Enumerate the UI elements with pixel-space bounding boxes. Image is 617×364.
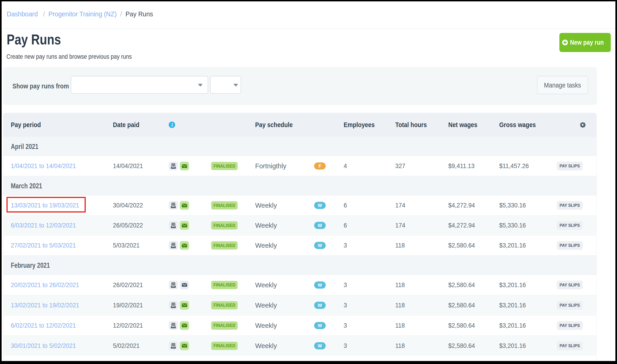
svg-text:i: i [171,122,173,128]
